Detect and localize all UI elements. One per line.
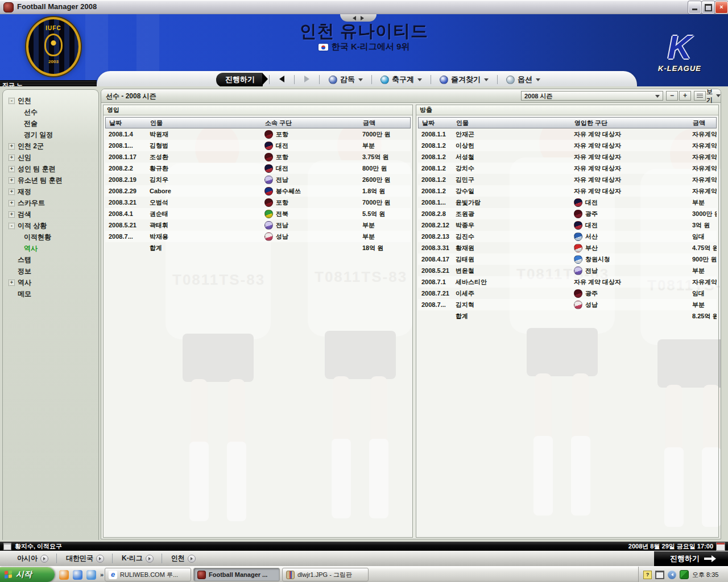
restore-button[interactable] [702,1,715,14]
column-header[interactable]: 인물 [453,118,571,128]
nav-item-아시아[interactable]: 아시아 [8,554,57,563]
sidebar-item-성인 팀 훈련[interactable]: +성인 팀 훈련 [3,163,98,174]
table-row[interactable]: 2008.2.13김진수서산임대 [418,231,717,242]
sidebar-item-전술[interactable]: 전술 [3,118,98,129]
table-row[interactable]: 2008.1.2김민구자유 계약 대상자자유계약 [418,174,717,185]
zoom-in-button[interactable]: + [679,91,691,101]
continue-button-bottom[interactable]: 진행하기 [654,551,728,566]
table-row[interactable]: 2008.2.29Cabore봉수쎄쓰1.8억 원 [105,185,411,197]
minimize-button[interactable] [688,1,701,14]
column-header[interactable]: 날짜 [106,118,147,128]
collapse-icon[interactable]: - [9,98,15,104]
column-header[interactable]: 금액 [689,118,716,128]
table-row[interactable]: 2008.7.1세바스티안자유 계약 대상자자유계약 [418,276,717,288]
table-row[interactable]: 2008.1.17조성환포항3.75억 원 [105,151,411,163]
view-dropdown[interactable]: 보기 [706,91,721,101]
column-header[interactable]: 인물 [147,118,262,128]
table-row[interactable]: 2008.5.21곽태휘전남부분 [105,219,411,231]
sidebar-item-스카우트[interactable]: +스카우트 [3,197,98,209]
table-row[interactable]: 2008.7.21이세주광주임대 [418,288,717,299]
table-row[interactable]: 2008.1...윤빛가람대전부분 [418,197,717,208]
expand-icon[interactable]: + [9,189,15,195]
table-row[interactable]: 2008.4.1권순태전북5.5억 원 [105,208,411,219]
sidebar-item-유소년 팀 훈련[interactable]: +유소년 팀 훈련 [3,174,98,186]
column-header[interactable]: 소속 구단 [262,118,359,128]
toolbar-favorites-menu[interactable]: 즐겨찾기 [437,74,491,85]
table-row[interactable]: 2008.7...박재용성남부분 [105,231,411,242]
table-row[interactable]: 2008.1.2이상헌자유 계약 대상자자유계약 [418,140,717,151]
table-row[interactable]: 2008.1.2강수일자유 계약 대상자자유계약 [418,185,717,197]
tray-app-icon[interactable] [680,570,689,579]
table-row[interactable]: 2008.7...김지혁성남부분 [418,299,717,310]
nav-expand-icon[interactable] [40,555,48,563]
sidebar-item-역사[interactable]: 역사 [3,243,98,254]
sidebar-item-역사[interactable]: +역사 [3,277,98,288]
sidebar-item-신임[interactable]: +신임 [3,152,98,163]
news-alert-icon[interactable] [3,543,11,550]
sidebar-item-인천[interactable]: -인천 [3,95,98,106]
sidebar-item-정보[interactable]: 정보 [3,265,98,277]
season-dropdown[interactable]: 2008 시즌 [521,91,663,101]
expand-icon[interactable]: + [9,211,15,218]
sidebar-item-스탭[interactable]: 스탭 [3,254,98,265]
expand-icon[interactable]: + [9,155,15,161]
nav-expand-icon[interactable] [96,555,104,563]
toolbar-options-menu[interactable]: 옵션 [503,74,543,85]
expand-icon[interactable]: + [9,166,15,172]
table-row[interactable]: 2008.2.19김치우전남2600만 원 [105,174,411,185]
nav-item-대한민국[interactable]: 대한민국 [57,554,113,563]
table-row[interactable]: 2008.2.8조원광광주3000만 원 [418,208,717,219]
column-header[interactable]: 금액 [359,118,410,128]
toolbar-world-menu[interactable]: 축구계 [378,74,425,85]
taskbar-task[interactable]: eRULIWEB.COM 루... [105,568,191,581]
zoom-out-button[interactable]: − [666,91,678,101]
sidebar-item-이적현황[interactable]: 이적현황 [3,231,98,243]
table-row[interactable]: 2008.1.1안재곤자유 계약 대상자자유계약 [418,128,717,140]
sidebar-item-검색[interactable]: +검색 [3,209,98,220]
toolbar-manager-menu[interactable]: 감독 [326,74,366,85]
sidebar-item-메모[interactable]: 메모 [3,288,98,300]
sidebar-item-선수[interactable]: 선수 [3,106,98,118]
expand-icon[interactable]: + [9,200,15,206]
status-message[interactable]: 황지수, 이적요구 [15,542,62,551]
column-header[interactable]: 날짜 [419,118,453,128]
sidebar-item-인천 2군[interactable]: +인천 2군 [3,140,98,152]
table-row[interactable]: 2008.5.21변윤철전남부분 [418,265,717,276]
media-player-icon[interactable] [59,570,69,580]
table-row[interactable]: 2008.1.2강치수자유 계약 대상자자유계약 [418,163,717,174]
table-row[interactable]: 2008.2.12박종우대전3억 원 [418,219,717,231]
back-button[interactable] [276,74,288,85]
continue-button[interactable]: 진행하기 [216,73,263,87]
table-row[interactable]: 2008.4.17김태원창원시청900만 원 [418,253,717,265]
nav-item-K-리그[interactable]: K-리그 [113,554,162,563]
tray-help-icon[interactable]: ? [643,571,652,579]
table-row[interactable]: 2008.1.4박원재포항7000만 원 [105,128,411,140]
table-row[interactable]: 2008.3.31황재원부산4.75억 원 [418,242,717,253]
sidebar-item-경기 일정[interactable]: 경기 일정 [3,129,98,140]
table-row[interactable]: 2008.3.21오범석포항7000만 원 [105,197,411,208]
nav-expand-icon[interactable] [146,555,154,563]
taskbar-task[interactable]: Football Manager ... [193,568,280,581]
messenger-icon[interactable] [73,570,82,580]
tray-window-icon[interactable] [655,571,664,579]
start-button[interactable]: 시작 [0,567,55,582]
taskbar-task[interactable]: dlwjr1.JPG - 그림판 [282,568,369,581]
quicklaunch-chevron-icon[interactable]: » [100,571,104,578]
column-header[interactable]: 영입한 구단 [571,118,689,128]
expand-icon[interactable]: + [9,143,15,149]
expand-icon[interactable]: + [9,280,15,286]
nav-expand-icon[interactable] [188,555,196,563]
sidebar-item-이적 상황[interactable]: -이적 상황 [3,220,98,231]
list-view-icon[interactable] [694,91,706,101]
table-row[interactable]: 2008.2.2황규환대전800만 원 [105,163,411,174]
browser-icon[interactable] [86,570,96,580]
nav-item-인천[interactable]: 인천 [162,554,204,563]
sidebar-item-재정[interactable]: +재정 [3,186,98,197]
expand-icon[interactable]: + [9,177,15,184]
table-row[interactable]: 2008.1.2서성철자유 계약 대상자자유계약 [418,151,717,163]
tray-collapse-icon[interactable] [668,571,676,579]
collapse-icon[interactable]: - [9,223,15,229]
close-button[interactable]: × [715,1,728,14]
table-row[interactable]: 2008.1...김형범대전부분 [105,140,411,151]
forward-button[interactable] [301,74,313,85]
